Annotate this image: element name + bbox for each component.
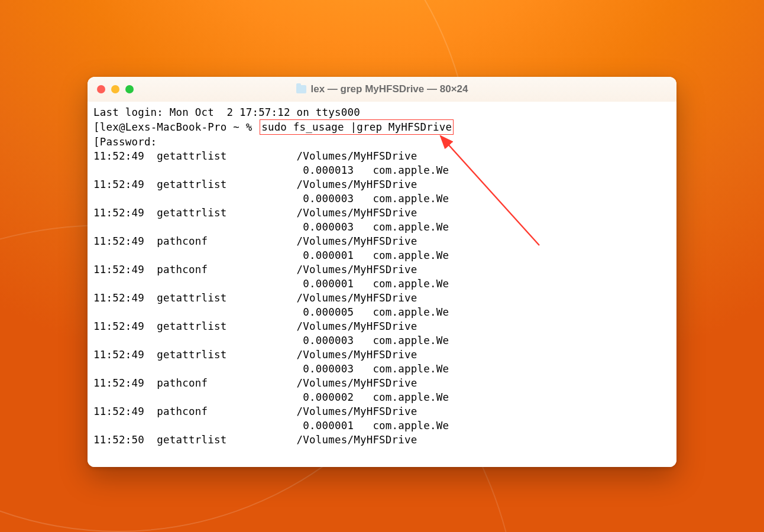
fs-usage-row: 11:52:49 getattrlist /Volumes/MyHFSDrive (93, 320, 417, 332)
last-login-line: Last login: Mon Oct 2 17:57:12 on ttys00… (93, 106, 360, 118)
fs-usage-row: 11:52:49 getattrlist /Volumes/MyHFSDrive (93, 292, 417, 304)
fs-usage-row: 11:52:49 pathconf /Volumes/MyHFSDrive (93, 406, 417, 417)
fs-usage-row: 11:52:49 pathconf /Volumes/MyHFSDrive (93, 264, 417, 275)
fs-usage-row-detail: 0.000001 com.apple.We (93, 420, 449, 432)
minimize-button[interactable] (111, 85, 119, 93)
fs-usage-row: 11:52:49 getattrlist /Volumes/MyHFSDrive (93, 179, 417, 190)
window-title-text: lex — grep MyHFSDrive — 80×24 (311, 83, 468, 95)
fs-usage-row-detail: 0.000003 com.apple.We (93, 193, 449, 205)
maximize-button[interactable] (125, 85, 134, 93)
fs-usage-row-detail: 0.000003 com.apple.We (93, 221, 449, 233)
fs-usage-row: 11:52:49 pathconf /Volumes/MyHFSDrive (93, 235, 417, 247)
fs-usage-row: 11:52:49 getattrlist /Volumes/MyHFSDrive (93, 207, 417, 219)
prompt-line: [lex@Lexs-MacBook-Pro ~ % sudo fs_usage … (93, 121, 454, 133)
terminal-output[interactable]: Last login: Mon Oct 2 17:57:12 on ttys00… (88, 102, 676, 467)
prompt-prefix: lex@Lexs-MacBook-Pro ~ % (100, 121, 258, 133)
fs-usage-row-detail: 0.000003 com.apple.We (93, 363, 449, 375)
fs-usage-row-detail: 0.000013 com.apple.We (93, 164, 449, 176)
fs-usage-row: 11:52:49 getattrlist /Volumes/MyHFSDrive (93, 150, 417, 162)
close-button[interactable] (97, 85, 105, 93)
fs-usage-row: 11:52:50 getattrlist /Volumes/MyHFSDrive (93, 434, 417, 446)
fs-usage-row-detail: 0.000005 com.apple.We (93, 306, 449, 318)
window-controls (88, 85, 134, 93)
fs-usage-row-detail: 0.000002 com.apple.We (93, 391, 449, 403)
fs-usage-row-detail: 0.000001 com.apple.We (93, 278, 449, 290)
password-line: [Password: (93, 136, 157, 148)
terminal-window: lex — grep MyHFSDrive — 80×24 Last login… (88, 77, 676, 467)
highlighted-command: sudo fs_usage |grep MyHFSDrive (260, 119, 454, 135)
fs-usage-row: 11:52:49 pathconf /Volumes/MyHFSDrive (93, 377, 417, 389)
window-title: lex — grep MyHFSDrive — 80×24 (88, 83, 676, 95)
window-titlebar[interactable]: lex — grep MyHFSDrive — 80×24 (88, 77, 676, 102)
fs-usage-row: 11:52:49 getattrlist /Volumes/MyHFSDrive (93, 349, 417, 361)
fs-usage-row-detail: 0.000001 com.apple.We (93, 249, 449, 261)
folder-icon (296, 85, 306, 93)
fs-usage-row-detail: 0.000003 com.apple.We (93, 335, 449, 346)
